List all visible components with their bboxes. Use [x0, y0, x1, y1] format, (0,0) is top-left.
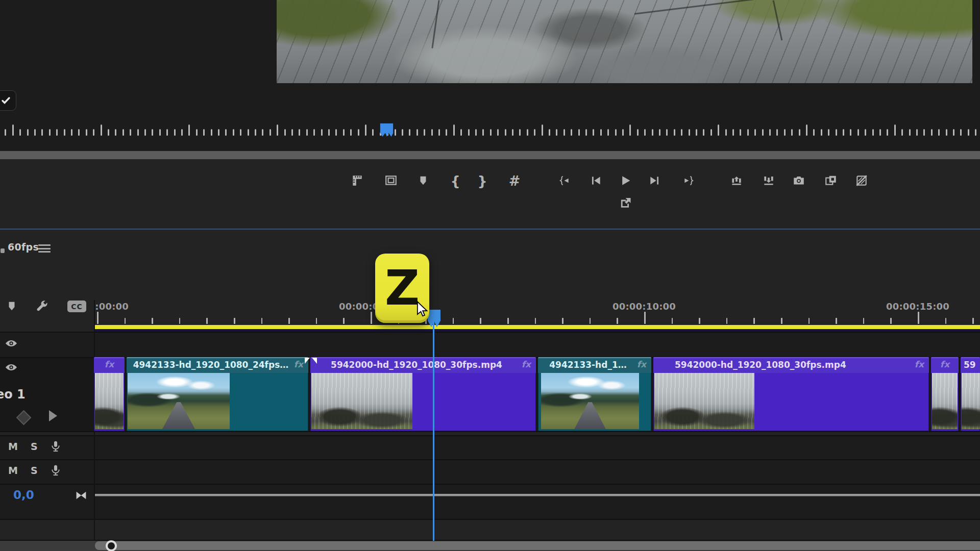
horizontal-scrollbar-thumb[interactable] [95, 541, 980, 550]
waterfall-thumbnail [311, 373, 412, 429]
timeline-clip[interactable]: 4942133-hd_1…fx [538, 357, 651, 431]
mini-playhead-marker[interactable] [380, 123, 394, 137]
scrollbar-zoom-knob[interactable] [106, 540, 117, 551]
tick [306, 129, 308, 136]
captions-badge[interactable]: CC [67, 300, 86, 312]
marker-icon[interactable] [6, 300, 17, 312]
master-level-line[interactable] [95, 494, 980, 496]
tick [681, 129, 682, 136]
wrench-icon[interactable] [35, 299, 49, 313]
disclosure-triangle-icon[interactable] [49, 410, 57, 421]
track-master[interactable] [0, 485, 980, 519]
tick [78, 129, 80, 136]
master-level-value[interactable]: 0,0 [13, 488, 34, 502]
tick [674, 129, 675, 136]
tick [791, 129, 793, 136]
ruler-timecode: 00:00:15:00 [886, 301, 949, 312]
a2-solo-button[interactable]: S [31, 465, 38, 476]
tick [453, 318, 454, 324]
tick [505, 129, 506, 136]
fx-badge: fx [294, 359, 303, 369]
through-edit-marker[interactable] [304, 358, 317, 364]
clip-name-bar: 5942000-hd_1920_1080_30fps.mp4fx [310, 357, 536, 373]
track-v2[interactable] [0, 332, 980, 357]
tick [813, 129, 815, 136]
fx-badge: fx [637, 359, 646, 369]
tick [799, 129, 800, 136]
tick [166, 129, 168, 136]
track-a1[interactable] [0, 436, 980, 459]
tick [607, 129, 609, 136]
go-to-out-icon[interactable] [680, 172, 698, 189]
tick [475, 129, 477, 136]
tick [828, 129, 829, 136]
comparison-view-icon[interactable] [822, 172, 840, 189]
confirm-check-chip[interactable] [0, 90, 16, 111]
track-separator [0, 459, 980, 460]
extract-icon[interactable] [760, 172, 777, 189]
track-separator [0, 435, 980, 436]
tick [234, 318, 235, 324]
tick [953, 129, 954, 136]
tick [460, 129, 462, 136]
tick [644, 312, 646, 324]
export-media-icon[interactable] [617, 194, 634, 212]
tick [395, 129, 396, 136]
tick [740, 129, 741, 136]
rope-pole [773, 1, 783, 41]
tick [438, 129, 440, 136]
tick [718, 124, 719, 136]
track-v1-eye-icon[interactable] [4, 362, 18, 374]
tick [666, 129, 668, 136]
play-icon[interactable] [617, 172, 634, 189]
bowtie-icon[interactable] [75, 489, 88, 502]
track-v2-eye-icon[interactable] [4, 338, 18, 350]
a2-mic-icon[interactable] [49, 464, 62, 477]
lift-icon[interactable] [728, 172, 745, 189]
timeline-clip[interactable]: 4942133-hd_1920_1080_24fps…fx [127, 357, 308, 431]
tick [754, 129, 756, 136]
add-marker-icon[interactable] [414, 172, 432, 189]
safe-margins-icon[interactable] [382, 172, 400, 189]
tick [622, 129, 624, 136]
global-fx-mute-icon[interactable] [853, 172, 870, 189]
timeline-clip[interactable]: fx [94, 357, 125, 431]
timeline-clip[interactable]: 59 [961, 357, 980, 431]
go-to-in-icon[interactable] [555, 172, 573, 189]
tick [850, 129, 851, 136]
a1-mute-button[interactable]: M [8, 441, 18, 452]
timeline-clip[interactable]: fx [931, 357, 959, 431]
step-back-icon[interactable] [587, 172, 604, 189]
tick [288, 318, 290, 324]
playhead-line[interactable] [433, 310, 434, 541]
hamburger-icon[interactable] [38, 244, 51, 254]
tick [703, 129, 704, 136]
ruler-icon[interactable] [349, 172, 366, 189]
tick [261, 318, 263, 324]
a1-mic-icon[interactable] [49, 440, 62, 453]
mark-out-icon[interactable]: } [474, 172, 491, 189]
clip-name-bar: 59 [961, 357, 980, 373]
track-a2[interactable] [0, 460, 980, 484]
tick [130, 129, 131, 136]
export-frame-icon[interactable] [790, 172, 807, 189]
a2-mute-button[interactable]: M [8, 465, 18, 476]
tick [188, 124, 190, 136]
monitor-mini-timeline[interactable] [0, 122, 980, 138]
tick [890, 318, 892, 324]
tick [806, 124, 807, 136]
monitor-toolbar [0, 159, 980, 229]
tick [196, 129, 198, 136]
snap-icon[interactable]: # [506, 172, 523, 189]
tick [122, 129, 124, 136]
tick [218, 129, 219, 136]
timeline-clip[interactable]: 5942000-hd_1920_1080_30fps.mp4fx [653, 357, 929, 431]
tick [174, 129, 176, 136]
mark-in-icon[interactable]: { [447, 172, 464, 189]
timeline-clip[interactable]: 5942000-hd_1920_1080_30fps.mp4fx [310, 357, 536, 431]
step-forward-icon[interactable] [646, 172, 664, 189]
a1-solo-button[interactable]: S [31, 441, 38, 452]
tick [535, 318, 536, 324]
tick [270, 129, 271, 136]
clips-lane: fx4942133-hd_1920_1080_24fps…fx5942000-h… [0, 357, 980, 431]
